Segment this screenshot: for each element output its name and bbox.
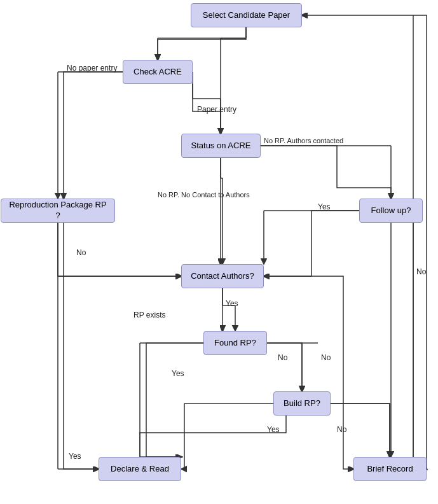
status-acre-label: Status on ACRE <box>191 141 251 151</box>
build-rp-label: Build RP? <box>284 398 320 409</box>
label-yes4: Yes <box>267 425 280 434</box>
contact-authors-node: Contact Authors? <box>181 264 264 288</box>
select-candidate-label: Select Candidate Paper <box>203 10 290 21</box>
repro-pkg-node: Reproduction Package RP ? <box>1 199 115 223</box>
main-svg <box>0 0 438 504</box>
label-yes-contact: Yes <box>69 452 81 461</box>
label-no3: No <box>321 353 331 362</box>
brief-record-node: Brief Record <box>353 457 427 481</box>
brief-record-label: Brief Record <box>367 464 413 475</box>
label-yes3: Yes <box>172 369 184 378</box>
declare-read-node: Declare & Read <box>99 457 181 481</box>
label-rp-exists: RP exists <box>133 311 165 319</box>
build-rp-node: Build RP? <box>273 391 331 416</box>
repro-pkg-label: Reproduction Package RP ? <box>6 200 109 221</box>
label-no-paper-entry: No paper entry <box>67 64 117 73</box>
label-yes2: Yes <box>226 299 238 308</box>
status-acre-node: Status on ACRE <box>181 134 261 158</box>
arrows-svg <box>0 0 438 504</box>
check-acre-label: Check ACRE <box>133 67 182 78</box>
label-no4: No <box>337 425 346 434</box>
follow-up-node: Follow up? <box>359 199 423 223</box>
contact-authors-label: Contact Authors? <box>191 271 254 282</box>
flowchart: Paper entry No paper entry No RP. No Con… <box>0 0 438 504</box>
label-no5: No <box>416 267 426 276</box>
found-rp-label: Found RP? <box>214 338 256 349</box>
found-rp-node: Found RP? <box>203 331 267 355</box>
label-no2: No <box>278 353 287 362</box>
label-paper-entry: Paper entry <box>197 105 236 114</box>
label-yes1: Yes <box>318 202 331 211</box>
label-no-rp-no-contact: No RP. No Contact to Authors <box>158 191 250 199</box>
label-no1: No <box>76 248 86 257</box>
declare-read-label: Declare & Read <box>111 464 169 475</box>
label-no-rp-authors: No RP. Authors contacted <box>264 137 343 144</box>
select-candidate-node: Select Candidate Paper <box>191 3 302 27</box>
check-acre-node: Check ACRE <box>123 60 193 84</box>
follow-up-label: Follow up? <box>371 206 411 216</box>
